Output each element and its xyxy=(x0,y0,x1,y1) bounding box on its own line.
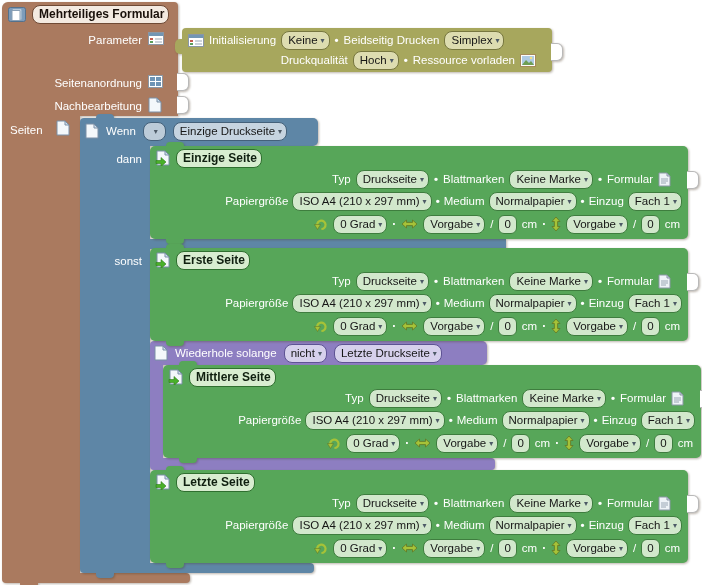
page-block-erste-seite[interactable]: Erste Seite Typ Druckseite▾ • Blattmarke… xyxy=(150,248,688,341)
formular-doc-icon[interactable] xyxy=(658,274,671,289)
nachbearbeitung-socket xyxy=(177,96,189,114)
page-block-letzte-seite[interactable]: Letzte Seite Typ Druckseite▾ • Blattmark… xyxy=(150,470,688,563)
papiergroesse-dropdown[interactable]: ISO A4 (210 x 297 mm)▾ xyxy=(292,294,431,313)
page-row-typ: Typ Druckseite▾ • Blattmarken Keine Mark… xyxy=(150,494,671,512)
typ-dropdown[interactable]: Druckseite▾ xyxy=(369,389,442,408)
blattmarken-dropdown[interactable]: Keine Marke▾ xyxy=(509,170,593,189)
medium-dropdown[interactable]: Normalpapier▾ xyxy=(489,294,577,313)
rotation-dropdown[interactable]: 0 Grad▾ xyxy=(346,434,400,453)
wenn-operator-dropdown[interactable]: ▾ xyxy=(143,122,166,141)
h-offset-dropdown[interactable]: Vorgabe▾ xyxy=(423,539,485,558)
resource-image-icon[interactable] xyxy=(520,54,536,67)
blattmarken-dropdown[interactable]: Keine Marke▾ xyxy=(509,272,593,291)
page-icon xyxy=(154,345,168,361)
page-block-header: Erste Seite xyxy=(155,251,250,269)
h-offset-value-field[interactable]: 0 xyxy=(511,434,529,453)
page-block-mittlere-seite[interactable]: Mittlere Seite Typ Druckseite▾ • Blattma… xyxy=(163,365,701,458)
h-offset-dropdown[interactable]: Vorgabe▾ xyxy=(423,317,485,336)
rotation-dropdown[interactable]: 0 Grad▾ xyxy=(333,539,387,558)
v-offset-dropdown[interactable]: Vorgabe▾ xyxy=(566,215,628,234)
rotation-dropdown[interactable]: 0 Grad▾ xyxy=(333,215,387,234)
v-offset-value-field[interactable]: 0 xyxy=(641,317,659,336)
druckqualitaet-dropdown[interactable]: Hoch▾ xyxy=(353,51,399,70)
formular-doc-icon[interactable] xyxy=(658,172,671,187)
medium-dropdown[interactable]: Normalpapier▾ xyxy=(502,411,590,430)
wenn-condition-dropdown[interactable]: Einzige Druckseite▾ xyxy=(173,122,287,141)
chevron-down-icon: ▾ xyxy=(154,123,158,140)
beidseitig-dropdown[interactable]: Simplex▾ xyxy=(444,31,504,50)
einzug-dropdown[interactable]: Fach 1▾ xyxy=(628,294,682,313)
wenn-block-header-row: Wenn ▾ Einzige Druckseite▾ xyxy=(85,122,287,140)
page-title[interactable]: Einzige Seite xyxy=(176,149,262,168)
nachbearbeitung-row-label: Nachbearbeitung xyxy=(2,97,142,115)
v-offset-dropdown[interactable]: Vorgabe▾ xyxy=(566,317,628,336)
v-offset-value-field[interactable]: 0 xyxy=(654,434,672,453)
papiergroesse-dropdown[interactable]: ISO A4 (210 x 297 mm)▾ xyxy=(305,411,444,430)
v-offset-dropdown[interactable]: Vorgabe▾ xyxy=(579,434,641,453)
separator: • xyxy=(404,54,408,66)
medium-dropdown[interactable]: Normalpapier▾ xyxy=(489,516,577,535)
chevron-down-icon: ▾ xyxy=(321,32,325,49)
v-offset-value-field[interactable]: 0 xyxy=(641,539,659,558)
page-row-papier: Papiergröße ISO A4 (210 x 297 mm)▾ • Med… xyxy=(146,516,682,534)
page-icon xyxy=(56,120,70,136)
einzug-dropdown[interactable]: Fach 1▾ xyxy=(641,411,695,430)
chevron-down-icon: ▾ xyxy=(423,517,427,534)
page-block-einzige-seite[interactable]: Einzige Seite Typ Druckseite▾ • Blattmar… xyxy=(150,146,688,239)
root-block-title[interactable]: Mehrteiliges Formular xyxy=(32,5,169,24)
v-offset-dropdown[interactable]: Vorgabe▾ xyxy=(566,539,628,558)
page-title[interactable]: Erste Seite xyxy=(176,251,250,270)
medium-dropdown[interactable]: Normalpapier▾ xyxy=(489,192,577,211)
h-offset-value-field[interactable]: 0 xyxy=(498,539,516,558)
blockly-workspace[interactable]: Mehrteiliges Formular Parameter Seitenan… xyxy=(0,0,702,585)
formular-doc-icon[interactable] xyxy=(658,496,671,511)
block-top-notch xyxy=(166,466,184,471)
page-title[interactable]: Letzte Seite xyxy=(176,473,255,492)
formular-doc-icon[interactable] xyxy=(671,391,684,406)
typ-dropdown[interactable]: Druckseite▾ xyxy=(356,494,429,513)
beidseitig-label: Beidseitig Drucken xyxy=(344,34,440,46)
seiten-row-label: Seiten xyxy=(10,121,43,139)
einzug-label: Einzug xyxy=(589,519,624,531)
chevron-down-icon: ▾ xyxy=(584,273,588,290)
loop-condition-dropdown[interactable]: Letzte Druckseite▾ xyxy=(334,344,442,363)
v-offset-value-field[interactable]: 0 xyxy=(641,215,659,234)
unit-label: cm xyxy=(678,437,693,449)
rotate-icon xyxy=(314,217,328,231)
separator: · xyxy=(542,319,546,333)
ressource-label: Ressource vorladen xyxy=(413,54,515,66)
einzug-dropdown[interactable]: Fach 1▾ xyxy=(628,516,682,535)
papiergroesse-dropdown[interactable]: ISO A4 (210 x 297 mm)▾ xyxy=(292,192,431,211)
unit-label: cm xyxy=(522,320,537,332)
chevron-down-icon: ▾ xyxy=(619,540,623,557)
blattmarken-dropdown[interactable]: Keine Marke▾ xyxy=(522,389,606,408)
separator: • xyxy=(598,497,602,509)
unit-label: cm xyxy=(665,218,680,230)
h-offset-dropdown[interactable]: Vorgabe▾ xyxy=(423,215,485,234)
unit-label: cm xyxy=(522,542,537,554)
rotate-icon xyxy=(314,541,328,555)
einzug-dropdown[interactable]: Fach 1▾ xyxy=(628,192,682,211)
seitenanordnung-row-label: Seitenanordnung xyxy=(2,74,142,92)
rotation-dropdown[interactable]: 0 Grad▾ xyxy=(333,317,387,336)
chevron-down-icon: ▾ xyxy=(584,495,588,512)
page-title[interactable]: Mittlere Seite xyxy=(189,368,276,387)
chevron-down-icon: ▾ xyxy=(568,295,572,312)
parameter-block[interactable]: Initialisierung Keine▾ • Beidseitig Druc… xyxy=(182,28,552,72)
chevron-down-icon: ▾ xyxy=(433,390,437,407)
page-row-typ: Typ Druckseite▾ • Blattmarken Keine Mark… xyxy=(163,389,684,407)
root-block-header: Mehrteiliges Formular xyxy=(8,5,169,23)
initialisierung-dropdown[interactable]: Keine▾ xyxy=(281,31,329,50)
separator: • xyxy=(436,297,440,309)
negation-dropdown[interactable]: nicht▾ xyxy=(284,344,327,363)
formular-socket xyxy=(687,273,699,291)
papiergroesse-dropdown[interactable]: ISO A4 (210 x 297 mm)▾ xyxy=(292,516,431,535)
h-offset-dropdown[interactable]: Vorgabe▾ xyxy=(436,434,498,453)
chevron-down-icon: ▾ xyxy=(420,495,424,512)
blattmarken-dropdown[interactable]: Keine Marke▾ xyxy=(509,494,593,513)
h-offset-value-field[interactable]: 0 xyxy=(498,317,516,336)
h-offset-value-field[interactable]: 0 xyxy=(498,215,516,234)
typ-dropdown[interactable]: Druckseite▾ xyxy=(356,272,429,291)
chevron-down-icon: ▾ xyxy=(420,273,424,290)
typ-dropdown[interactable]: Druckseite▾ xyxy=(356,170,429,189)
